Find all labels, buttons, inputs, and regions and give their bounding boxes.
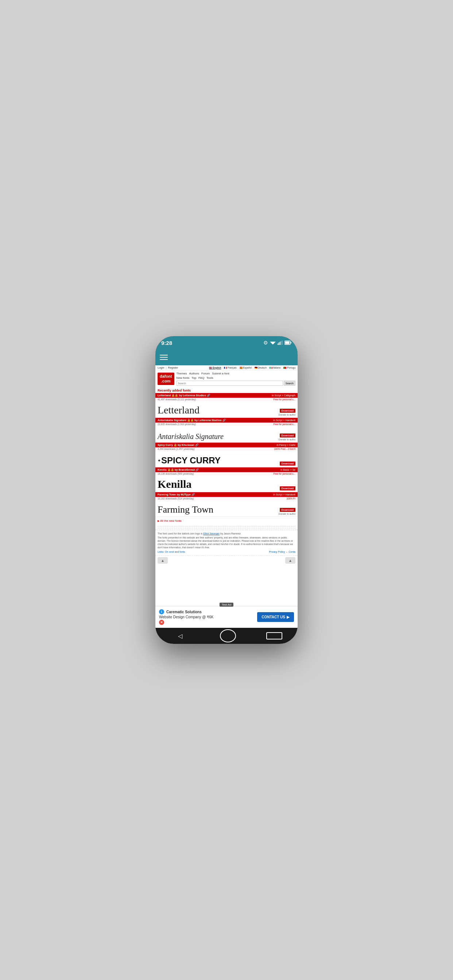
download-btn-spicycurry[interactable]: Download [280,461,295,466]
svg-rect-8 [291,342,292,344]
battery-icon [284,340,292,345]
phone-frame: 9:28 ⚙ [155,336,298,644]
font-header-farmingtown: Farming Town by MJType 🔗 in Script > Han… [155,492,298,497]
nav-forum[interactable]: Forum [201,372,210,375]
font-cat-spicycurry: in Fancy > Carto [276,444,295,446]
font-header-letterland: Letterland 🔒🔒 by Letterena Studios 🔗 in … [155,393,298,398]
donate-letterland[interactable]: Donate to autho [279,414,295,416]
lang-french[interactable]: 🇫🇷 Français [224,366,237,369]
web-content[interactable]: Login | Register 🇬🇧 English | 🇫🇷 Françai… [155,365,298,606]
font-name-spicycurry[interactable]: Spicy Curry 🔒 by Khurasan 🔗 [158,443,198,447]
lang-german[interactable]: 🇩🇪 Deutsch [255,366,267,369]
dafont-top-bar: Login | Register 🇬🇧 English | 🇫🇷 Françai… [155,365,298,371]
license-spicycurry: 100% Free - 2 font fi [274,448,295,450]
font-preview-row-farmingtown: Farming Town Download Donate to autho [155,500,298,517]
all-fonts-link[interactable]: All the new fonts [155,517,298,525]
downloads-spicycurry: 4,290 downloads (1,057 yesterday) [158,448,195,450]
downloads-farmingtown: 10,162 downloads (514 yesterday) [158,497,194,500]
font-name-kenilla[interactable]: Kenilla 🔒🔒 by BrandSemut 🔗 [158,468,199,471]
font-preview-row-spicycurry: ✦SPICY CURRY Download [155,450,298,467]
back-button[interactable]: ◁ [171,630,190,643]
license-letterland: Free for personal u... [274,398,295,401]
download-btn-kenilla[interactable]: Download [280,486,295,490]
donate-farmingtown[interactable]: Donate to autho [279,512,295,515]
nav-newfonts[interactable]: New fonts [177,376,190,380]
search-button[interactable]: Search [284,380,295,386]
font-actions-letterland: Download Donate to autho [279,409,295,416]
download-btn-letterland[interactable]: Download [280,409,295,413]
download-btn-antariskalia[interactable]: Download [280,433,295,438]
lang-english[interactable]: 🇬🇧 English [209,366,221,369]
svg-rect-2 [278,344,278,345]
ad-top-row: i Carematic Solutions [159,609,214,614]
dafont-header: dafont .com Themes Authors Forum Submit … [155,371,298,387]
font-meta-antariskalia: 22,835 downloads (1,910 yesterday) Free … [155,423,298,426]
footer-logo-text: The font used for the dafont.com logo is… [158,532,295,535]
font-meta-spicycurry: 4,290 downloads (1,057 yesterday) 100% F… [155,447,298,450]
font-name-farmingtown[interactable]: Farming Town by MJType 🔗 [158,493,195,496]
lang-spanish[interactable]: 🇪🇸 Español [239,366,252,369]
recent-button[interactable] [266,632,282,640]
downloads-antariskalia: 22,835 downloads (1,910 yesterday) [158,423,196,425]
nav-themes[interactable]: Themes [177,372,187,375]
font-cat-antariskalia: in Script > Handwrit [273,419,295,422]
lang-portuguese[interactable]: 🇵🇹 Portugu [283,366,295,369]
download-btn-farmingtown[interactable]: Download [280,508,295,512]
font-meta-farmingtown: 10,162 downloads (514 yesterday) 100% Fr [155,497,298,500]
all-fonts-anchor[interactable]: All the new fonts [160,519,182,522]
donate-antariskalia[interactable]: Donate to autho [279,438,295,441]
font-actions-antariskalia: Download Donate to autho [279,433,295,441]
font-meta-kenilla: 18,136 downloads (589 yesterday) Free fo… [155,472,298,476]
phone-screen: 9:28 ⚙ [155,336,298,644]
search-input[interactable] [177,380,283,386]
downloads-letterland: 41,497 downloads (3,111 yesterday) [158,398,196,401]
contact-link[interactable]: Conta [289,550,295,553]
font-name-antariskalia[interactable]: Antariskalia Signature 🔒🔒 by Letterena S… [158,418,226,422]
divider-1 [158,526,295,527]
gear-icon[interactable]: ⚙ [263,340,268,345]
login-link[interactable]: Login [158,366,164,369]
scroll-left[interactable]: ▲ [158,557,168,564]
font-name-letterland[interactable]: Letterland 🔒🔒 by Letterena Studios 🔗 [158,394,210,397]
ad-inner: i Carematic Solutions Website Design Com… [155,606,298,628]
font-preview-row-letterland: Letterland Download Donate to autho [155,401,298,417]
register-link[interactable]: Register [168,366,179,369]
font-preview-row-kenilla: Kenilla Download [155,476,298,492]
font-preview-row-antariskalia: Antariskalia Signature Download Donate t… [155,426,298,442]
font-actions-kenilla: Download [280,486,295,490]
ad-banner-wrapper: Test Ad i Carematic Solutions Website De… [155,606,298,628]
ad-close-icon[interactable]: ✕ [159,620,164,625]
font-meta-letterland: 41,497 downloads (3,111 yesterday) Free … [155,398,298,401]
font-entry-letterland: Letterland 🔒🔒 by Letterena Studios 🔗 in … [155,393,298,418]
hamburger-menu[interactable] [160,355,168,360]
font-entry-kenilla: Kenilla 🔒🔒 by BrandSemut 🔗 in Basic > Se… [155,468,298,492]
ad-info-icon[interactable]: i [159,609,164,614]
footer-links: Links: On snot and fonts Privacy Policy … [158,550,295,553]
login-register[interactable]: Login | Register [158,366,178,369]
language-selector[interactable]: 🇬🇧 English | 🇫🇷 Français | 🇪🇸 Español | … [209,366,295,369]
section-title: Recently added fonts [155,387,298,393]
ad-description: Website Design Company @ ₹6K [159,615,214,619]
font-entry-farmingtown: Farming Town by MJType 🔗 in Script > Han… [155,492,298,517]
elliot-swonger-link[interactable]: Elliot Swonger [203,532,220,535]
privacy-link[interactable]: Privacy Policy [269,550,285,553]
snot-link[interactable]: Links: On snot and fonts [158,550,185,553]
font-preview-kenilla: Kenilla [158,478,280,490]
contact-us-button[interactable]: CONTACT US ▶ [257,612,294,622]
nav-tools[interactable]: Tools [206,376,214,380]
nav-top[interactable]: Top [191,376,196,380]
font-actions-farmingtown: Download Donate to autho [279,508,295,515]
nav-faq[interactable]: FAQ [198,376,204,380]
scroll-arrows: ▲ ▲ [155,555,298,565]
nav-submit[interactable]: Submit a font [212,372,229,375]
dafont-nav: Themes Authors Forum Submit a font New f… [177,372,295,386]
license-farmingtown: 100% Fr [286,497,295,500]
font-preview-spicycurry: ✦SPICY CURRY [158,455,221,466]
home-button[interactable] [220,629,236,643]
font-header-kenilla: Kenilla 🔒🔒 by BrandSemut 🔗 in Basic > Se [155,468,298,472]
dafont-logo[interactable]: dafont .com [158,372,174,385]
lang-italian[interactable]: 🇮🇹 Italiano [270,366,281,369]
ad-company: Carematic Solutions [166,610,202,614]
nav-authors[interactable]: Authors [189,372,199,375]
scroll-right[interactable]: ▲ [285,557,295,564]
